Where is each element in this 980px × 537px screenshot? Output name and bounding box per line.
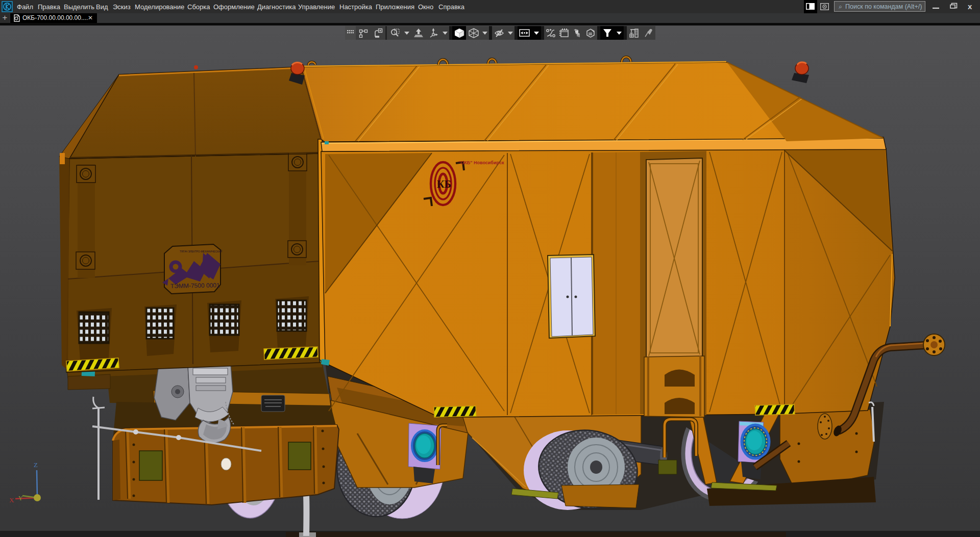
svg-text:Z: Z bbox=[34, 461, 38, 469]
svg-text:"ОКБ" Новосибирск: "ОКБ" Новосибирск bbox=[458, 160, 504, 165]
svg-text:ТЭММ-7500 0001: ТЭММ-7500 0001 bbox=[170, 282, 220, 290]
svg-text:Y: Y bbox=[18, 495, 23, 502]
svg-text:КБ: КБ bbox=[437, 178, 451, 190]
svg-text:ТЯГАЧ ЭЛЕКТРО-МЕХАНИЧЕСКИЙ: ТЯГАЧ ЭЛЕКТРО-МЕХАНИЧЕСКИЙ bbox=[180, 249, 223, 253]
svg-text:X: X bbox=[9, 496, 14, 504]
